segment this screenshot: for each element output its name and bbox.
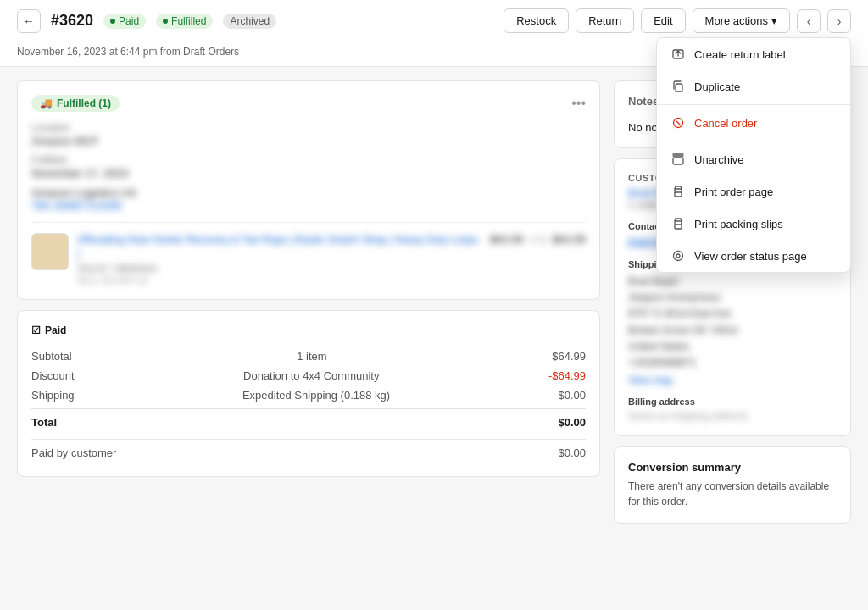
paid-customer-row: Paid by customer $0.00	[31, 439, 586, 463]
return-icon	[670, 47, 686, 62]
edit-button[interactable]: Edit	[641, 8, 685, 33]
unarchive-icon	[670, 152, 686, 167]
print-packing-text: Print packing slips	[694, 218, 783, 230]
shipping-address: Brad Beyer Jeepers Anonymous 8757 S 261s…	[628, 274, 837, 371]
shipping-value: $0.00	[558, 389, 586, 402]
product-variant: 201247 / 98000042	[77, 263, 481, 274]
duplicate-text: Duplicate	[694, 80, 740, 93]
payment-card: ☑ Paid Subtotal 1 item $64.99 Discount D…	[17, 310, 600, 477]
print-order-text: Print order page	[694, 186, 773, 198]
shipping-label: Shipping	[31, 389, 75, 402]
fulfilled-card-header: 🚚 Fulfilled (1) •••	[31, 95, 586, 112]
dropdown-divider-2	[657, 141, 850, 141]
more-actions-button[interactable]: More actions ▾	[693, 8, 790, 33]
view-icon	[670, 248, 686, 263]
create-return-label-text: Create return label	[694, 48, 786, 61]
discount-value: -$64.99	[548, 369, 586, 382]
subtotal-items: 1 item	[72, 350, 553, 363]
svg-point-7	[681, 191, 682, 192]
carrier-row: Amazon Logistics US TBA.309827214280	[31, 186, 586, 212]
next-order-button[interactable]: ›	[827, 9, 851, 33]
conversion-text: There aren't any conversion details avai…	[628, 479, 837, 509]
dropdown-view-status[interactable]: View order status page	[657, 240, 850, 272]
billing-section: Billing address Same as shipping address	[628, 396, 837, 422]
truck-icon: 🚚	[40, 97, 53, 109]
fulfilled-date-row: Fulfilled November 17, 2023	[31, 154, 586, 180]
more-options-button[interactable]: •••	[571, 96, 586, 111]
tracking-link[interactable]: TBA.309827214280	[31, 200, 122, 212]
conversion-title: Conversion summary	[628, 461, 837, 474]
view-map-link[interactable]: View map	[628, 374, 837, 386]
dropdown-unarchive[interactable]: Unarchive	[657, 143, 850, 175]
fulfilled-date: November 17, 2023	[31, 167, 586, 180]
return-button[interactable]: Return	[576, 8, 634, 33]
paid-dot	[110, 19, 115, 24]
shipping-desc: Expedited Shipping (0.188 kg)	[75, 389, 559, 402]
location-row: Location Amazon MCF	[31, 122, 586, 147]
cancel-order-text: Cancel order	[694, 117, 757, 130]
page: ← #3620 Paid Fulfilled Archived Restock …	[0, 0, 868, 610]
total-row: Total $0.00	[31, 408, 586, 432]
svg-rect-5	[673, 158, 683, 164]
fulfilled-badge: 🚚 Fulfilled (1)	[31, 95, 120, 112]
paid-badge: ☑ Paid	[31, 324, 586, 336]
location-label: Location	[31, 122, 586, 134]
back-button[interactable]: ←	[17, 9, 41, 33]
svg-point-11	[676, 254, 680, 258]
subtotal-value: $64.99	[552, 350, 586, 363]
product-row: Offroading Gear Kinetic Recovery & Tow R…	[31, 222, 586, 286]
fulfilled-card: 🚚 Fulfilled (1) ••• Location Amazon MCF …	[17, 80, 600, 300]
chevron-down-icon: ▾	[771, 14, 777, 27]
notes-title: Notes	[628, 95, 659, 108]
location-value: Amazon MCF	[31, 135, 586, 147]
discount-label: Discount	[31, 369, 75, 382]
fulfilled-label: Fulfilled	[31, 154, 586, 166]
duplicate-icon	[670, 79, 686, 94]
dropdown-menu: Create return label Duplicate	[656, 37, 851, 273]
badge-paid: Paid	[103, 14, 146, 29]
print-icon	[670, 184, 686, 199]
dropdown-duplicate[interactable]: Duplicate	[657, 70, 850, 103]
header-actions: Restock Return Edit More actions ▾ ‹ ›	[504, 8, 851, 33]
shipping-row: Shipping Expedited Shipping (0.188 kg) $…	[31, 385, 586, 405]
order-title: #3620	[51, 12, 93, 30]
badge-archived: Archived	[223, 14, 276, 29]
dropdown-print-packing[interactable]: Print packing slips	[657, 208, 850, 240]
billing-label: Billing address	[628, 396, 837, 407]
dropdown-create-return-label[interactable]: Create return label	[657, 38, 850, 70]
billing-same: Same as shipping address	[628, 410, 837, 422]
fulfilled-dot	[163, 19, 168, 24]
conversion-card: Conversion summary There aren't any conv…	[614, 446, 851, 524]
paid-check-icon: ☑	[31, 324, 41, 336]
product-image	[31, 233, 69, 270]
shipping-section: Shipping address ✏ Brad Beyer Jeepers An…	[628, 258, 837, 386]
product-price: $64.99	[490, 233, 524, 246]
header: ← #3620 Paid Fulfilled Archived Restock …	[0, 0, 868, 42]
dropdown-print-order[interactable]: Print order page	[657, 175, 850, 208]
product-total: $64.99	[552, 233, 586, 246]
restock-button[interactable]: Restock	[504, 8, 569, 33]
carrier-name: Amazon Logistics US	[31, 186, 586, 199]
prev-order-button[interactable]: ‹	[797, 9, 821, 33]
product-price-col: $64.99 × 1 $64.99	[490, 233, 586, 246]
paid-customer-label: Paid by customer	[31, 446, 116, 459]
product-qty: × 1	[530, 233, 545, 246]
product-info: Offroading Gear Kinetic Recovery & Tow R…	[77, 233, 481, 286]
unarchive-text: Unarchive	[694, 153, 744, 166]
subtotal-row: Subtotal 1 item $64.99	[31, 347, 586, 366]
product-name-link[interactable]: Offroading Gear Kinetic Recovery & Tow R…	[77, 234, 478, 260]
dropdown-cancel-order[interactable]: Cancel order	[657, 107, 850, 139]
dropdown-divider-1	[657, 104, 850, 105]
discount-row: Discount Donation to 4x4 Community -$64.…	[31, 366, 586, 385]
badge-fulfilled: Fulfilled	[156, 14, 213, 29]
view-status-text: View order status page	[694, 250, 807, 263]
paid-customer-value: $0.00	[558, 446, 586, 459]
print-icon-2	[670, 216, 686, 231]
discount-desc: Donation to 4x4 Community	[75, 369, 548, 382]
total-label: Total	[31, 416, 57, 429]
left-column: 🚚 Fulfilled (1) ••• Location Amazon MCF …	[17, 80, 600, 596]
total-value: $0.00	[558, 416, 586, 429]
product-sku: SKU: RCVRP-24	[77, 275, 481, 286]
svg-point-9	[681, 223, 682, 225]
cancel-icon	[670, 115, 686, 130]
